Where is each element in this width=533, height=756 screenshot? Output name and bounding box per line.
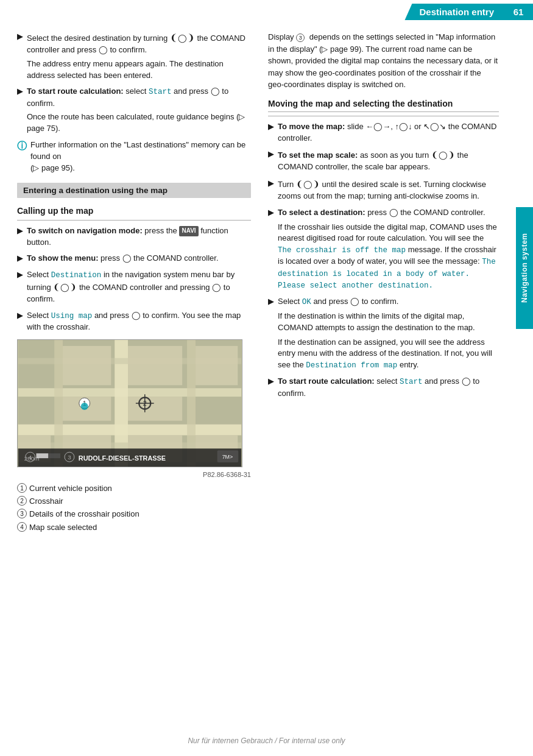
bullet-dest-menu-content: Select Destination in the navigation sys… [27,269,251,305]
svg-text:RUDOLF-DIESEL-STRASSE: RUDOLF-DIESEL-STRASSE [79,454,166,462]
svg-rect-8 [63,346,111,385]
bullet-select-dest-right-content: To select a destination: press ◯ the COM… [278,207,499,291]
bullet-navi-mode-content: To switch on navigation mode: press the … [27,225,251,249]
svg-rect-26 [36,453,48,458]
bullet-show-menu-text: press ◯ the COMAND controller. [101,253,218,263]
bullet-show-menu-prefix: To show the menu: [27,253,98,263]
bullet-turn-scale-content: Turn ❨◯❩ until the desired scale is set.… [278,178,499,202]
bullet-start-route-content: To start route calculation: select Start… [27,86,251,135]
bullet-ok-sub2: If the destination can be assigned, you … [278,337,499,372]
bullet-ok-sub1: If the destination is within the limits … [278,311,499,334]
destination-menu-label: Destination [51,271,102,280]
bullet-dest-menu: ▶ Select Destination in the navigation s… [17,269,251,305]
right-intro-text: Display 3 depends on the settings select… [268,31,499,91]
page-title: Destination entry [404,4,504,20]
side-tab: Navigation system [516,207,533,329]
svg-rect-10 [196,346,238,385]
crosshair-off-map-msg: The crosshair is off the map [278,246,406,255]
arrow-icon-4: ▶ [17,253,23,263]
navi-btn: NAVI [179,226,198,236]
arrow-icon-6: ▶ [17,311,23,320]
bullet-start-route: ▶ To start route calculation: select Sta… [17,86,251,135]
dest-from-map-label: Destination from map [306,361,397,370]
section-header-box: Entering a destination using the map [17,183,251,198]
bullet-select-dest-right: ▶ To select a destination: press ◯ the C… [268,207,499,291]
arrow-icon-r3: ▶ [268,178,274,188]
bullet-turn-scale: ▶ Turn ❨◯❩ until the desired scale is se… [268,178,499,202]
bullet-select-dest-text: Select the desired destination by turnin… [27,34,245,54]
arrow-icon-5: ▶ [17,270,23,279]
bullet-map-scale-content: To set the map scale: as soon as you tur… [278,149,499,173]
svg-rect-27 [48,453,60,458]
bullet-map-scale: ▶ To set the map scale: as soon as you t… [268,149,499,173]
divider-right [268,116,499,116]
moving-map-heading: Moving the map and selecting the destina… [268,98,499,112]
bullet-ok: ▶ Select OK and press ◯ to confirm. If t… [268,296,499,372]
svg-rect-1 [18,425,241,436]
legend-num-3: 3 [17,509,27,518]
ok-label: OK [302,298,311,306]
legend-item-4: 4 Map scale selected [17,522,251,533]
arrow-icon-2: ▶ [17,87,23,96]
legend-num-4: 4 [17,522,27,532]
legend: 1 Current vehicle position 2 Crosshair 3… [17,483,251,533]
bullet-ok-content: Select OK and press ◯ to confirm. If the… [278,296,499,372]
arrow-icon-3: ▶ [17,226,23,235]
bullet-select-dest-prefix: To select a destination: [278,208,365,217]
calling-up-map-heading: Calling up the map [17,205,251,216]
svg-text:3: 3 [68,454,71,461]
legend-text-4: Map scale selected [29,522,97,533]
map-caption: P82.86-6368-31 [17,471,251,478]
info-icon: ⓘ [17,140,27,153]
arrow-icon-r4: ▶ [268,208,274,217]
arrow-icon-r5: ▶ [268,297,274,306]
bullet-using-map-content: Select Using map and press ◯ to confirm.… [27,310,251,333]
bullet-select-dest-sub: The address entry menu appears again. Th… [27,58,251,82]
svg-rect-12 [128,397,182,421]
bullet-select-dest-right-text: press ◯ the COMAND controller. [367,208,485,217]
bullet-move-map: ▶ To move the map: slide ←◯→, ↑◯↓ or ↖◯↘… [268,121,499,144]
bullet-map-scale-prefix: To set the map scale: [278,150,358,160]
bullet-show-menu: ▶ To show the menu: press ◯ the COMAND c… [17,253,251,264]
bullet-select-dest-sub: If the crosshair lies outside the digita… [278,222,499,291]
bullet-move-map-content: To move the map: slide ←◯→, ↑◯↓ or ↖◯↘ t… [278,121,499,144]
svg-rect-9 [128,346,182,385]
display-3-circled: 3 [296,34,305,42]
map-image: 1 2 200m RUDOLF-DIESEL-STRASSE 3 4 7M> [17,339,242,467]
legend-text-1: Current vehicle position [29,483,112,494]
header-right: Destination entry 61 [404,4,533,20]
svg-rect-3 [18,388,241,397]
bullet-start-route-right-content: To start route calculation: select Start… [278,376,499,399]
body-of-water-msg: The destination is located in a body of … [278,258,496,289]
legend-item-2: 2 Crosshair [17,496,251,507]
legend-item-3: 3 Details of the crosshair position [17,509,251,520]
bullet-start-route-prefix: To start route calculation: [27,87,124,96]
page-body: ▶ Select the desired destination by turn… [0,23,533,535]
bullet-start-route-right: ▶ To start route calculation: select Sta… [268,376,499,399]
start-label: Start [400,378,423,386]
info-box: ⓘ Further information on the "Last desti… [17,140,251,174]
arrow-icon-r6: ▶ [268,376,274,386]
page-number: 61 [504,4,533,20]
info-text: Further information on the "Last destina… [30,140,251,174]
legend-text-2: Crosshair [29,496,63,507]
legend-text-3: Details of the crosshair position [29,509,139,520]
bullet-select-dest: ▶ Select the desired destination by turn… [17,31,251,81]
svg-text:4: 4 [29,454,32,461]
left-column: ▶ Select the desired destination by turn… [0,31,262,535]
bullet-using-map: ▶ Select Using map and press ◯ to confir… [17,310,251,333]
bullet-start-route-right-prefix: To start route calculation: [278,376,375,386]
bullet-navi-mode-prefix: To switch on navigation mode: [27,226,143,235]
right-column: Display 3 depends on the settings select… [262,31,516,535]
svg-text:2: 2 [143,400,147,407]
page-header: Destination entry 61 [0,0,533,23]
using-map-label: Using map [51,312,93,320]
svg-point-35 [81,403,88,410]
legend-num-2: 2 [17,496,27,506]
bullet-move-map-prefix: To move the map: [278,122,345,131]
svg-text:7M>: 7M> [222,454,233,460]
arrow-icon: ▶ [17,32,23,41]
bullet-start-route-sub: Once the route has been calculated, rout… [27,111,251,135]
arrow-icon-r2: ▶ [268,149,274,158]
divider [17,220,251,221]
